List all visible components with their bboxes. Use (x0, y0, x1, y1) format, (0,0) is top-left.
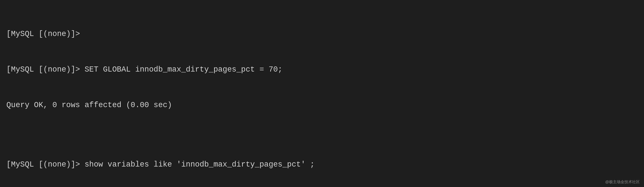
terminal-line-1: [MySQL [(none)]> SET GLOBAL innodb_max_d… (6, 64, 638, 76)
terminal-line-4: [MySQL [(none)]> show variables like 'in… (6, 159, 638, 170)
terminal-line-0: [MySQL [(none)]> (6, 28, 638, 40)
terminal-line-2: Query OK, 0 rows affected (0.00 sec) (6, 99, 638, 111)
terminal-window: [MySQL [(none)]> [MySQL [(none)]> SET GL… (0, 0, 644, 187)
watermark: @极主场金技术社区 (605, 179, 640, 184)
